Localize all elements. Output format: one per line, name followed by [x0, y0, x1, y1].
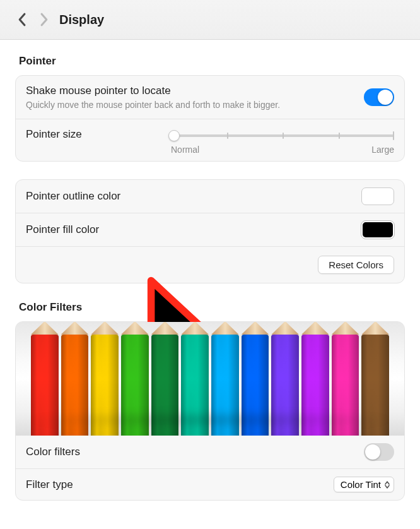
reset-colors-button[interactable]: Reset Colors: [318, 256, 394, 274]
pencil-icon: [181, 335, 209, 436]
pencil-icon: [271, 335, 299, 436]
color-filters-section-title: Color Filters: [19, 301, 405, 314]
shake-row: Shake mouse pointer to locate Quickly mo…: [16, 76, 404, 119]
outline-color-label: Pointer outline color: [26, 190, 120, 203]
header: Display: [0, 0, 420, 40]
color-filters-toggle[interactable]: [364, 443, 394, 461]
pointer-colors-panel: Pointer outline color Pointer fill color…: [15, 179, 405, 283]
pointer-size-slider[interactable]: [171, 128, 394, 143]
shake-text: Shake mouse pointer to locate Quickly mo…: [26, 85, 364, 110]
color-filters-toggle-label: Color filters: [26, 446, 80, 458]
color-filters-panel: Color filters Filter type Color Tint: [15, 321, 405, 501]
pointer-size-label: Pointer size: [26, 128, 146, 141]
pencil-icon: [151, 335, 179, 436]
pencil-icon: [301, 335, 329, 436]
pencil-icon: [61, 335, 89, 436]
pencil-icon: [211, 335, 239, 436]
pointer-size-max-label: Large: [371, 145, 394, 155]
filter-type-label: Filter type: [26, 478, 73, 491]
reset-colors-row: Reset Colors: [16, 246, 404, 283]
pointer-size-thumb[interactable]: [168, 130, 180, 141]
page-title: Display: [59, 13, 104, 27]
shake-label: Shake mouse pointer to locate: [26, 85, 364, 97]
chevron-right-icon: [40, 13, 49, 27]
color-filters-toggle-row: Color filters: [16, 436, 404, 468]
pencil-icon: [332, 335, 359, 436]
fill-color-label: Pointer fill color: [26, 223, 99, 236]
pointer-size-min-label: Normal: [171, 145, 199, 155]
pointer-size-row: Pointer size Normal Large: [16, 119, 404, 161]
filter-type-value: Color Tint: [341, 479, 381, 490]
pointer-size-slider-labels: Normal Large: [171, 145, 394, 155]
outline-color-well[interactable]: [361, 187, 394, 205]
pencil-icon: [242, 335, 269, 436]
pencil-icon: [121, 335, 149, 436]
shake-toggle[interactable]: [364, 88, 394, 106]
updown-chevrons-icon: [385, 481, 390, 489]
back-button[interactable]: [10, 8, 33, 31]
pencil-icon: [361, 335, 389, 436]
forward-button[interactable]: [33, 8, 55, 31]
pointer-panel: Shake mouse pointer to locate Quickly mo…: [15, 75, 405, 162]
pencil-icon: [91, 335, 119, 436]
content: Pointer Shake mouse pointer to locate Qu…: [0, 40, 420, 501]
pointer-size-slider-area: Normal Large: [171, 128, 394, 155]
chevron-left-icon: [17, 13, 26, 27]
filter-type-select[interactable]: Color Tint: [334, 477, 394, 492]
fill-color-well[interactable]: [361, 221, 394, 239]
outline-color-row: Pointer outline color: [16, 180, 404, 213]
pencil-icon: [31, 335, 59, 436]
filter-type-row: Filter type Color Tint: [16, 468, 404, 500]
fill-color-row: Pointer fill color: [16, 213, 404, 246]
pointer-section-title: Pointer: [19, 55, 405, 68]
shake-desc: Quickly move the mouse pointer back and …: [26, 100, 364, 110]
color-filters-preview-image: [16, 322, 404, 436]
